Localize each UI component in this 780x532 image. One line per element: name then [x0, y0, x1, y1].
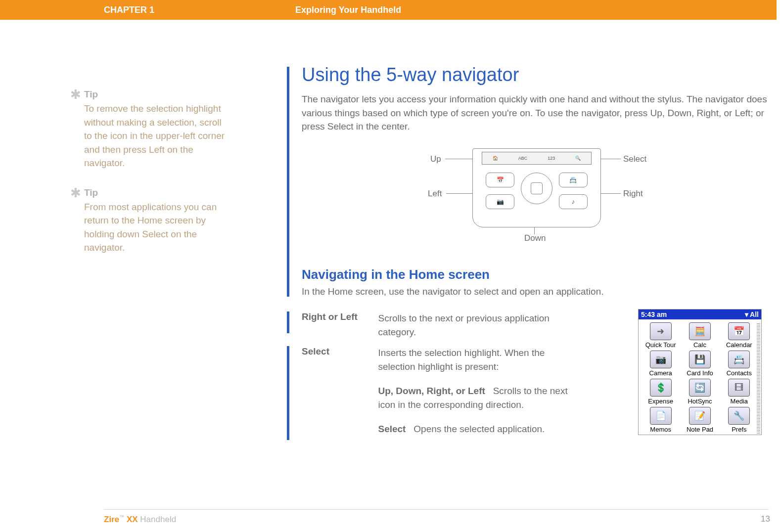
app-icon: 📇 [728, 351, 750, 368]
app-icon: 📷 [650, 351, 672, 368]
section-lead: The navigator lets you access your infor… [302, 92, 772, 133]
app-cell: 🔄HotSync [681, 379, 719, 405]
diagram-label-up: Up [430, 154, 441, 164]
tip-label: Tip [84, 187, 228, 198]
app-label: Media [720, 398, 758, 405]
behavior-sub-key: Select [378, 424, 406, 434]
section-rule [287, 346, 289, 440]
asterisk-icon: ✱ [70, 185, 81, 201]
behavior-label: Select [302, 346, 376, 357]
music-button-icon: ♪ [559, 194, 588, 209]
app-cell: 📇Contacts [720, 351, 758, 377]
app-cell: 🎞Media [720, 379, 758, 405]
app-label: Quick Tour [642, 341, 680, 349]
section-title: Using the 5-way navigator [302, 64, 772, 86]
app-icon: 🧮 [689, 322, 711, 340]
app-cell: 📄Memos [642, 407, 680, 433]
behavior-sub: Select Opens the selected application. [378, 422, 571, 436]
app-label: Contacts [720, 369, 758, 377]
behavior-row: Select Inserts the selection highlight. … [302, 346, 579, 436]
tip-body: To remove the selection highlight withou… [84, 102, 228, 170]
app-label: Memos [642, 426, 680, 433]
app-label: Card Info [681, 369, 719, 377]
device-illustration: 🏠 ABC 123 🔍 📅 📇 📷 ♪ [472, 148, 601, 227]
diagram-label-left: Left [428, 189, 442, 199]
chapter-label: CHAPTER 1 [104, 5, 154, 15]
main-column: Using the 5-way navigator The navigator … [287, 64, 772, 317]
abc-label: ABC [518, 156, 528, 161]
app-label: Calc [681, 341, 719, 349]
app-label: Prefs [720, 426, 758, 433]
app-icon: 🔄 [689, 379, 711, 397]
app-icon: 💲 [650, 379, 672, 397]
tip-block: ✱ Tip From most applications you can ret… [84, 187, 228, 255]
page-header: CHAPTER 1 Exploring Your Handheld [0, 0, 777, 20]
footer-product-label: Handheld [140, 515, 176, 524]
category-filter: ▾ All [745, 310, 759, 318]
behavior-body: Scrolls to the next or previous applicat… [378, 311, 571, 339]
chapter-title: Exploring Your Handheld [295, 5, 401, 15]
app-label: Calendar [720, 341, 758, 349]
app-label: Camera [642, 369, 680, 377]
footer-model: XX [127, 515, 138, 524]
app-icon: 📅 [728, 322, 750, 340]
page-number: 13 [761, 514, 770, 524]
behavior-row: Right or Left Scrolls to the next or pre… [302, 311, 579, 339]
magnifier-icon: 🔍 [575, 156, 581, 161]
app-grid: ➜Quick Tour🧮Calc📅Calendar📷Camera💾Card In… [639, 319, 761, 435]
app-icon: 📄 [650, 407, 672, 425]
app-cell: 💾Card Info [681, 351, 719, 377]
behavior-sub: Up, Down, Right, or Left Scrolls to the … [378, 384, 571, 411]
contacts-button-icon: 📇 [559, 173, 588, 187]
behavior-body: Inserts the selection highlight. When th… [378, 346, 571, 436]
navigator-diagram: Up Left Select Right Down 🏠 ABC 123 🔍 📅 [376, 148, 722, 247]
home-icon: 🏠 [493, 156, 498, 161]
behavior-body-text: Inserts the selection highlight. When th… [378, 348, 545, 372]
behavior-sub-val: Opens the selected application. [413, 424, 545, 434]
subsection-title: Navigating in the Home screen [302, 267, 772, 282]
app-cell: 🔧Prefs [720, 407, 758, 433]
app-cell: 📝Note Pad [681, 407, 719, 433]
tip-block: ✱ Tip To remove the selection highlight … [84, 89, 228, 170]
scrollbar-icon [757, 322, 760, 434]
app-icon: 🔧 [728, 407, 750, 425]
trademark-icon: ™ [119, 514, 124, 520]
tips-sidebar: ✱ Tip To remove the selection highlight … [84, 89, 228, 272]
app-label: Expense [642, 398, 680, 405]
tip-label: Tip [84, 89, 228, 100]
app-cell: 📅Calendar [720, 322, 758, 349]
footer-product: Zire™ XX Handheld [104, 514, 176, 525]
diagram-label-select: Select [623, 154, 646, 164]
app-icon: 📝 [689, 407, 711, 425]
diagram-label-right: Right [623, 189, 643, 199]
subsection-lead: In the Home screen, use the navigator to… [302, 286, 772, 297]
app-cell: ➜Quick Tour [642, 322, 680, 349]
app-label: HotSync [681, 398, 719, 405]
footer-brand: Zire [104, 515, 119, 524]
behavior-sub-key: Up, Down, Right, or Left [378, 386, 485, 396]
diagram-label-down: Down [524, 233, 546, 243]
asterisk-icon: ✱ [70, 87, 81, 102]
behavior-label: Right or Left [302, 311, 376, 322]
app-icon: 🎞 [728, 379, 750, 397]
footer-rule [104, 509, 769, 510]
camera-button-icon: 📷 [486, 194, 514, 209]
home-screen-screenshot: 5:43 am ▾ All ➜Quick Tour🧮Calc📅Calendar📷… [638, 309, 762, 435]
app-cell: 📷Camera [642, 351, 680, 377]
input-area-icon: 🏠 ABC 123 🔍 [482, 152, 592, 165]
app-cell: 🧮Calc [681, 322, 719, 349]
tip-body: From most applications you can return to… [84, 200, 228, 255]
status-time: 5:43 am [641, 310, 667, 318]
num-label: 123 [548, 156, 555, 161]
status-bar: 5:43 am ▾ All [639, 310, 761, 319]
app-cell: 💲Expense [642, 379, 680, 405]
app-label: Note Pad [681, 426, 719, 433]
app-icon: 💾 [689, 351, 711, 368]
calendar-button-icon: 📅 [486, 173, 514, 187]
app-icon: ➜ [650, 322, 672, 340]
